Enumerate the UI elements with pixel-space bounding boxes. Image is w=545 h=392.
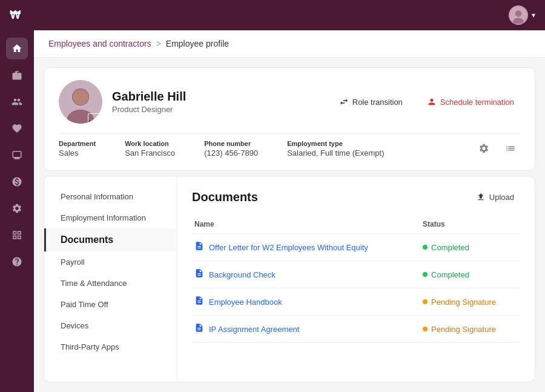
list-icon-button[interactable]	[501, 139, 520, 158]
phone-label: Phone number	[204, 140, 258, 147]
documents-title: Documents	[192, 190, 258, 204]
doc-name-text: Offer Letter for W2 Employees Without Eq…	[209, 243, 368, 252]
col-name: Name	[192, 215, 420, 234]
nav-item-payroll[interactable]: Payroll	[44, 251, 177, 273]
upload-icon	[476, 192, 486, 202]
doc-status-cell: Pending Signature	[423, 297, 518, 307]
sidebar-item-briefcase[interactable]	[6, 64, 28, 86]
nav-item-documents[interactable]: Documents	[44, 228, 177, 251]
detail-work-location: Work location San Francisco	[125, 140, 175, 158]
status-dot	[423, 245, 428, 250]
sidebar-item-monitor[interactable]	[6, 144, 28, 166]
phone-value: (123) 456-7890	[204, 148, 258, 158]
list-icon	[505, 143, 516, 154]
sidebar-item-gear[interactable]	[6, 198, 28, 219]
settings-icon	[478, 143, 489, 154]
doc-file-icon	[194, 296, 204, 308]
status-dot	[423, 327, 428, 331]
nav-item-employment-info[interactable]: Employment Information	[44, 207, 177, 228]
svg-rect-20	[88, 121, 101, 122]
table-row: Employee Handbook Pending Signature	[192, 288, 520, 316]
schedule-termination-button[interactable]: Schedule termination	[421, 93, 520, 110]
title-bar-right: ▾	[509, 5, 535, 25]
profile-divider	[59, 133, 520, 134]
breadcrumb-separator: >	[156, 39, 161, 48]
nav-item-personal-info[interactable]: Personal Information	[44, 186, 177, 207]
status-dot	[423, 299, 428, 304]
table-row: IP Assignment Agreement Pending Signatur…	[192, 316, 520, 343]
status-dot	[423, 272, 428, 277]
nav-item-paid-time-off[interactable]: Paid Time Off	[44, 294, 177, 315]
doc-name-link[interactable]: IP Assignment Agreement	[194, 323, 418, 335]
profile-detail-actions	[474, 139, 520, 158]
doc-name-link[interactable]: Employee Handbook	[194, 296, 418, 308]
documents-table: Name Status Offer Letter for W2 Employee…	[192, 215, 520, 343]
detail-employment-type: Employment type Salaried, Full time (Exe…	[287, 140, 384, 158]
employee-avatar	[59, 80, 102, 124]
employee-name-title: Gabrielle Hill Product Designer	[112, 90, 186, 114]
employment-type-value: Salaried, Full time (Exempt)	[287, 148, 384, 158]
department-label: Department	[59, 140, 96, 147]
sidebar-item-home[interactable]	[6, 38, 28, 59]
doc-file-icon	[194, 323, 204, 335]
profile-actions: Role transition Schedule termination	[333, 93, 520, 110]
doc-name-link[interactable]: Offer Letter for W2 Employees Without Eq…	[194, 241, 418, 253]
doc-name-text: Background Check	[209, 270, 276, 279]
main-container: Employees and contractors > Employee pro…	[0, 30, 545, 392]
status-text: Pending Signature	[431, 297, 496, 307]
svg-point-6	[73, 89, 88, 105]
doc-name-text: Employee Handbook	[209, 297, 282, 307]
status-text: Completed	[431, 243, 469, 252]
sidebar-item-people[interactable]	[6, 91, 28, 113]
title-bar: ₩ ▾	[0, 0, 545, 30]
status-text: Completed	[431, 270, 469, 279]
profile-card: Gabrielle Hill Product Designer Role tra…	[44, 67, 535, 171]
sidebar-item-dollar[interactable]	[6, 171, 28, 193]
svg-point-1	[515, 10, 522, 17]
doc-name-text: IP Assignment Agreement	[209, 325, 299, 334]
sidebar-item-group[interactable]	[6, 224, 28, 246]
user-menu-chevron[interactable]: ▾	[532, 11, 535, 19]
employee-job-title: Product Designer	[112, 105, 186, 114]
nav-item-time-attendance[interactable]: Time & Attendance	[44, 273, 177, 294]
flag-badge	[88, 113, 101, 122]
sidebar-item-help[interactable]	[6, 251, 28, 273]
user-avatar[interactable]	[509, 5, 528, 25]
left-nav: Personal Information Employment Informat…	[44, 176, 177, 382]
doc-status-cell: Completed	[423, 243, 518, 252]
doc-status-cell: Pending Signature	[423, 325, 518, 334]
detail-phone: Phone number (123) 456-7890	[204, 140, 258, 158]
doc-file-icon	[194, 241, 204, 253]
docs-header: Documents Upload	[192, 188, 520, 205]
department-value: Sales	[59, 148, 96, 158]
nav-item-third-party-apps[interactable]: Third-Party Apps	[44, 336, 177, 357]
breadcrumb-link[interactable]: Employees and contractors	[48, 39, 151, 48]
role-transition-button[interactable]: Role transition	[333, 93, 409, 110]
app-logo: ₩	[10, 8, 21, 22]
doc-name-link[interactable]: Background Check	[194, 268, 418, 281]
work-location-label: Work location	[125, 140, 175, 147]
breadcrumb: Employees and contractors > Employee pro…	[34, 30, 545, 58]
doc-status-cell: Completed	[423, 270, 518, 279]
status-text: Pending Signature	[431, 325, 496, 334]
employee-name: Gabrielle Hill	[112, 90, 186, 104]
upload-button[interactable]: Upload	[470, 188, 520, 205]
termination-icon	[427, 97, 437, 107]
doc-file-icon	[194, 268, 204, 281]
settings-icon-button[interactable]	[474, 139, 494, 158]
schedule-termination-label: Schedule termination	[440, 98, 514, 107]
documents-panel: Documents Upload Name Status	[177, 176, 535, 382]
content-area: Employees and contractors > Employee pro…	[34, 30, 545, 392]
sidebar-item-heart[interactable]	[6, 118, 28, 139]
table-row: Background Check Completed	[192, 261, 520, 288]
role-transition-icon	[339, 97, 349, 107]
employment-type-label: Employment type	[287, 140, 384, 147]
nav-item-devices[interactable]: Devices	[44, 315, 177, 336]
detail-department: Department Sales	[59, 140, 96, 158]
profile-details: Department Sales Work location San Franc…	[59, 139, 520, 158]
profile-info: Gabrielle Hill Product Designer	[59, 80, 186, 124]
role-transition-label: Role transition	[352, 98, 403, 107]
profile-top: Gabrielle Hill Product Designer Role tra…	[59, 80, 520, 124]
work-location-value: San Francisco	[125, 148, 175, 158]
table-row: Offer Letter for W2 Employees Without Eq…	[192, 234, 520, 261]
